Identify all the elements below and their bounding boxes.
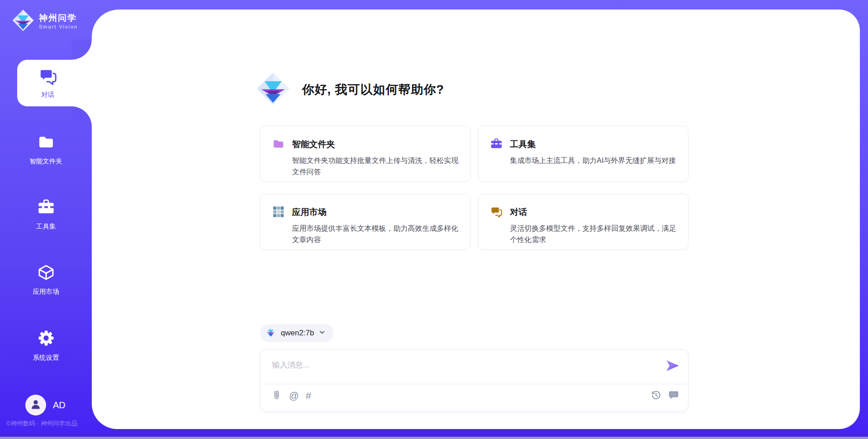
- card-app-market[interactable]: 应用市场 应用市场提供丰富长文本模板，助力高效生成多样化文章内容: [260, 194, 471, 250]
- folder-icon: [37, 133, 55, 153]
- sidebar-item-label: 应用市场: [33, 287, 59, 296]
- model-name: qwen2:7b: [281, 329, 314, 338]
- user-profile[interactable]: AD: [25, 395, 66, 415]
- folder-icon: [272, 138, 285, 181]
- history-icon: [651, 390, 661, 402]
- cube-icon: [37, 263, 55, 283]
- composer-toolbar: @ #: [271, 390, 679, 402]
- sidebar-item-app-market[interactable]: 应用市场: [0, 263, 92, 296]
- history-button[interactable]: [651, 390, 661, 402]
- paperclip-icon: [271, 390, 282, 402]
- card-title: 工具集: [510, 138, 676, 150]
- at-icon: @: [289, 391, 299, 401]
- chat-log-button[interactable]: [668, 390, 679, 402]
- sidebar-item-label: 工具集: [36, 222, 56, 231]
- card-toolbox[interactable]: 工具集 集成市场上主流工具，助力AI与外界无缝扩展与对接: [478, 126, 689, 182]
- card-description: 集成市场上主流工具，助力AI与外界无缝扩展与对接: [510, 155, 676, 166]
- card-title: 对话: [510, 206, 676, 218]
- active-tab-top-fillet: [71, 39, 92, 60]
- card-description: 应用市场提供丰富长文本模板，助力高效生成多样化文章内容: [292, 223, 458, 245]
- diamond-logo-icon: [265, 327, 276, 339]
- chat-bubbles-icon: [38, 67, 57, 88]
- person-icon: [29, 398, 42, 412]
- card-smart-folders[interactable]: 智能文件夹 智能文件夹功能支持批量文件上传与清洗，轻松实现文件问答: [260, 126, 471, 182]
- copyright: ©神州数码 · 神州问学出品: [6, 420, 77, 428]
- window-bottom-edge: [0, 437, 868, 439]
- brand: 神州问学 Smart Vision: [12, 9, 78, 33]
- chevron-down-icon[interactable]: [319, 329, 326, 338]
- card-description: 智能文件夹功能支持批量文件上传与清洗，轻松实现文件问答: [292, 155, 458, 177]
- greeting: 你好, 我可以如何帮助你?: [256, 72, 444, 108]
- avatar: [25, 395, 46, 415]
- hash-icon: #: [306, 391, 311, 401]
- card-description: 灵活切换多模型文件，支持多样回复效果调试，满足个性化需求: [510, 223, 676, 245]
- model-selector[interactable]: qwen2:7b: [260, 324, 334, 342]
- chat-bubbles-icon: [490, 205, 503, 249]
- user-initials: AD: [53, 400, 66, 410]
- card-chat[interactable]: 对话 灵活切换多模型文件，支持多样回复效果调试，满足个性化需求: [478, 194, 689, 250]
- sidebar-item-label: 对话: [41, 91, 54, 99]
- sidebar-item-smart-folders[interactable]: 智能文件夹: [0, 133, 92, 166]
- grid-icon: [272, 205, 285, 249]
- attach-file-button[interactable]: [271, 390, 282, 402]
- gear-icon: [37, 329, 56, 349]
- sidebar-item-toolbox[interactable]: 工具集: [0, 198, 92, 231]
- chat-square-icon: [668, 390, 679, 402]
- composer-divider: [260, 384, 688, 384]
- send-button[interactable]: [665, 358, 681, 373]
- greeting-text: 你好, 我可以如何帮助你?: [302, 81, 444, 98]
- assistant-logo-icon: [256, 72, 290, 108]
- hashtag-button[interactable]: #: [306, 391, 311, 401]
- sidebar-item-label: 智能文件夹: [29, 157, 62, 166]
- app-window: 神州问学 Smart Vision 对话 智能文件夹: [0, 0, 868, 439]
- brand-name: 神州问学: [39, 13, 78, 23]
- card-title: 智能文件夹: [292, 138, 458, 150]
- briefcase-icon: [37, 198, 55, 218]
- briefcase-icon: [490, 138, 503, 181]
- message-input[interactable]: [260, 350, 688, 383]
- active-tab-bottom-fillet: [71, 106, 92, 127]
- message-composer: @ #: [260, 349, 689, 412]
- sidebar-item-settings[interactable]: 系统设置: [0, 329, 92, 362]
- sidebar-item-chat[interactable]: 对话: [17, 60, 92, 106]
- card-title: 应用市场: [292, 206, 458, 218]
- mention-button[interactable]: @: [289, 391, 299, 401]
- sidebar-item-label: 系统设置: [33, 353, 59, 362]
- brand-logo-icon: [12, 9, 34, 33]
- feature-cards: 智能文件夹 智能文件夹功能支持批量文件上传与清洗，轻松实现文件问答 工具集 集成…: [260, 126, 689, 250]
- brand-subtitle: Smart Vision: [39, 24, 78, 29]
